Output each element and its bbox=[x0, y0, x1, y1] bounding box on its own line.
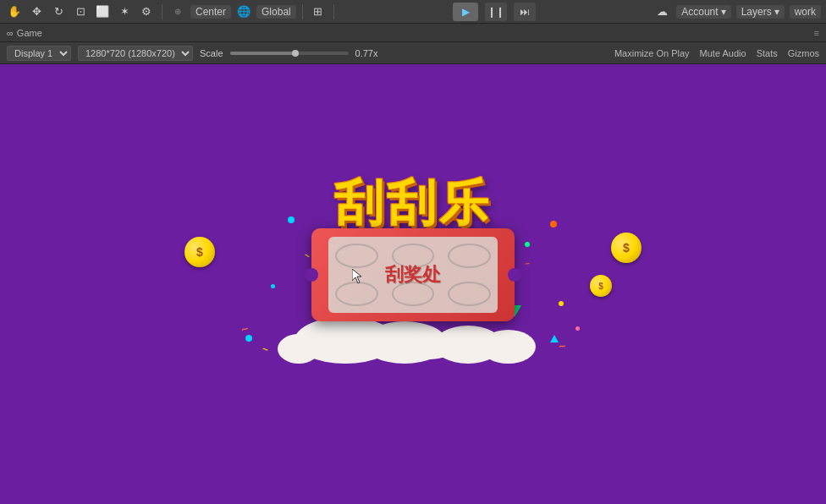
collab-icon[interactable]: ☁ bbox=[653, 3, 671, 21]
game-title: Game bbox=[17, 28, 42, 38]
scale-fill bbox=[230, 52, 295, 55]
work-label: work bbox=[790, 5, 821, 19]
account-dropdown[interactable]: Account ▾ bbox=[676, 5, 730, 19]
toolbar-right: ☁ Account ▾ Layers ▾ work bbox=[653, 3, 821, 21]
ticket-scratch-text: 刮奖处 bbox=[385, 262, 441, 288]
rotate-tool-btn[interactable]: ↻ bbox=[49, 3, 68, 21]
stamp-6 bbox=[448, 282, 491, 306]
display-bar: Display 1 1280*720 (1280x720) Scale 0.77… bbox=[0, 42, 826, 64]
scale-value: 0.77x bbox=[355, 48, 378, 58]
pause-button[interactable]: ❙❙ bbox=[485, 3, 507, 21]
sep1 bbox=[162, 4, 162, 19]
scale-thumb bbox=[292, 50, 299, 57]
world-icon: 🌐 bbox=[234, 3, 253, 21]
maximize-on-play-btn[interactable]: Maximize On Play bbox=[614, 48, 690, 58]
resolution-select[interactable]: 1280*720 (1280x720) bbox=[78, 46, 193, 61]
stamp-3 bbox=[448, 244, 491, 268]
coin-right-small: $ bbox=[590, 275, 612, 297]
scale-tool-btn[interactable]: ⊡ bbox=[71, 3, 90, 21]
mute-audio-btn[interactable]: Mute Audio bbox=[700, 48, 746, 58]
game-title-text: 刮刮乐 bbox=[334, 171, 492, 237]
layers-chevron: ▾ bbox=[774, 6, 779, 18]
coin-left-large: $ bbox=[184, 237, 215, 267]
mouse-cursor bbox=[352, 269, 366, 286]
squiggle-3: ~ bbox=[558, 338, 567, 353]
extra-tool-btn[interactable]: ⚙ bbox=[137, 3, 156, 21]
layers-dropdown[interactable]: Layers ▾ bbox=[736, 5, 785, 19]
cloud-blob-5 bbox=[278, 334, 320, 364]
sep2 bbox=[302, 4, 303, 19]
cloud-blob-6 bbox=[337, 330, 396, 359]
center-btn[interactable]: Center bbox=[190, 5, 231, 19]
ticket-inner: 刮奖处 bbox=[328, 237, 498, 313]
scale-label: Scale bbox=[200, 48, 223, 58]
display-select[interactable]: Display 1 bbox=[7, 46, 71, 61]
game-infinity-icon: ∞ bbox=[7, 28, 14, 38]
pivot-icon: ⊕ bbox=[168, 3, 187, 21]
displaybar-actions: Maximize On Play Mute Audio Stats Gizmos bbox=[614, 48, 819, 58]
stats-btn[interactable]: Stats bbox=[757, 48, 778, 58]
global-btn[interactable]: Global bbox=[256, 5, 296, 19]
confetti-8 bbox=[575, 326, 580, 331]
coin-right-large: $ bbox=[611, 233, 642, 263]
step-button[interactable]: ⏭ bbox=[514, 3, 536, 21]
rect-tool-btn[interactable]: ⬜ bbox=[93, 3, 112, 21]
play-controls: ▶ ❙❙ ⏭ bbox=[340, 3, 650, 21]
main-toolbar: ✋ ✥ ↻ ⊡ ⬜ ✶ ⚙ ⊕ Center 🌐 Global ⊞ ▶ ❙❙ ⏭… bbox=[0, 0, 826, 24]
ticket-wrapper: $ $ $ 刮奖处 bbox=[269, 228, 557, 364]
sep3 bbox=[333, 4, 334, 19]
gamebar-close: ≡ bbox=[814, 28, 819, 38]
confetti-7 bbox=[559, 301, 564, 306]
scale-track[interactable] bbox=[230, 52, 349, 55]
cloud-blob-4 bbox=[481, 330, 536, 364]
game-bar: ∞ Game ≡ bbox=[0, 24, 826, 42]
gizmos-btn[interactable]: Gizmos bbox=[788, 48, 819, 58]
stamp-1 bbox=[335, 244, 378, 268]
custom-tool-btn[interactable]: ✶ bbox=[115, 3, 134, 21]
scratch-ticket[interactable]: 刮奖处 bbox=[311, 228, 515, 321]
confetti-9 bbox=[245, 335, 252, 342]
move-tool-btn[interactable]: ✥ bbox=[27, 3, 46, 21]
hand-tool-btn[interactable]: ✋ bbox=[5, 3, 24, 21]
squiggle-1: ~ bbox=[240, 321, 251, 337]
game-content: 刮刮乐 $ $ $ 刮奖处 bbox=[269, 171, 557, 364]
cloud-blob-7 bbox=[405, 334, 455, 359]
grid-btn[interactable]: ⊞ bbox=[309, 3, 328, 21]
account-chevron: ▾ bbox=[721, 6, 726, 18]
game-viewport: ~ ~ ~ ~ ~ 刮刮乐 $ $ $ bbox=[0, 64, 826, 504]
play-button[interactable]: ▶ bbox=[453, 3, 478, 21]
